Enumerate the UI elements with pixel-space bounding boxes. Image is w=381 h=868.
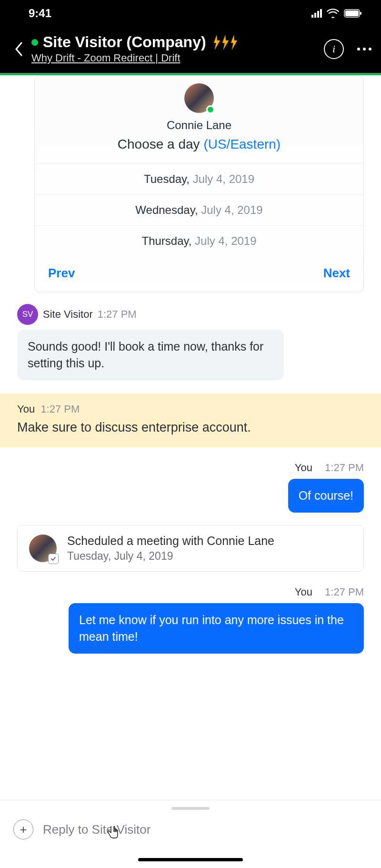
scheduler-day-option[interactable]: Thursday, July 4, 2019 bbox=[35, 225, 363, 256]
conversation-header: Site Visitor (Company) Why Drift - Zoom … bbox=[0, 27, 381, 73]
svg-rect-1 bbox=[345, 10, 359, 16]
scheduler-day-option[interactable]: Wednesday, July 4, 2019 bbox=[35, 194, 363, 225]
battery-icon bbox=[344, 9, 362, 18]
message-author: You bbox=[295, 462, 312, 474]
scheduler-prompt: Choose a day (US/Eastern) bbox=[44, 137, 354, 152]
status-time: 9:41 bbox=[29, 7, 51, 20]
message-bubble[interactable]: Of course! bbox=[288, 479, 364, 513]
meeting-event-card[interactable]: Scheduled a meeting with Connie Lane Tue… bbox=[17, 525, 364, 572]
conversation-title: Site Visitor (Company) bbox=[43, 33, 206, 51]
event-date: Tuesday, July 4, 2019 bbox=[67, 550, 274, 563]
scheduler-prev-button[interactable]: Prev bbox=[48, 266, 75, 281]
calendar-check-icon bbox=[48, 554, 59, 564]
message-author: Site Visitor bbox=[43, 308, 93, 321]
scheduler-day-option[interactable]: Tuesday, July 4, 2019 bbox=[35, 163, 363, 194]
more-button[interactable] bbox=[357, 48, 371, 50]
scheduler-next-button[interactable]: Next bbox=[323, 266, 350, 281]
message-time bbox=[317, 462, 320, 474]
scheduler-name: Connie Lane bbox=[44, 119, 354, 132]
scheduler-avatar bbox=[184, 83, 214, 113]
conversation-body: Connie Lane Choose a day (US/Eastern) Tu… bbox=[0, 75, 381, 663]
message-time: 1:27 PM bbox=[98, 308, 137, 321]
status-indicators bbox=[311, 9, 362, 18]
cursor-pointer-icon bbox=[107, 825, 119, 840]
message-outgoing: You 1:27 PM Of course! bbox=[0, 462, 381, 513]
message-incoming: SV Site Visitor 1:27 PM Sounds good! I'l… bbox=[0, 304, 381, 380]
info-button[interactable]: i bbox=[324, 39, 344, 59]
device-notch bbox=[119, 0, 262, 21]
presence-indicator bbox=[31, 39, 38, 46]
svg-rect-2 bbox=[360, 12, 361, 15]
lightning-icons bbox=[213, 35, 239, 50]
avatar-presence-dot bbox=[206, 105, 215, 114]
event-title: Scheduled a meeting with Connie Lane bbox=[67, 534, 274, 548]
message-bubble[interactable]: Let me know if you run into any more iss… bbox=[69, 603, 364, 654]
scheduler-card: Connie Lane Choose a day (US/Eastern) Tu… bbox=[34, 75, 364, 293]
add-attachment-button[interactable]: + bbox=[13, 819, 33, 839]
note-text: Make sure to discuss enterprise account. bbox=[17, 420, 364, 435]
message-author: You bbox=[295, 586, 312, 598]
visitor-avatar: SV bbox=[17, 304, 38, 325]
back-button[interactable] bbox=[10, 40, 29, 59]
home-indicator[interactable] bbox=[138, 858, 243, 861]
scheduler-timezone[interactable]: (US/Eastern) bbox=[203, 137, 281, 151]
reply-input[interactable]: Reply to Site Visitor bbox=[43, 822, 368, 837]
conversation-subtitle[interactable]: Why Drift - Zoom Redirect | Drift bbox=[31, 52, 319, 64]
event-avatar bbox=[29, 535, 57, 562]
sheet-grabber[interactable] bbox=[171, 807, 210, 810]
message-outgoing: You 1:27 PM Let me know if you run into … bbox=[0, 586, 381, 654]
wifi-icon bbox=[327, 9, 339, 18]
message-bubble[interactable]: Sounds good! I'll book a time now, thank… bbox=[17, 330, 284, 380]
internal-note[interactable]: You 1:27 PM Make sure to discuss enterpr… bbox=[0, 394, 381, 447]
cellular-icon bbox=[311, 9, 322, 18]
note-author: You bbox=[17, 403, 35, 415]
message-time: 1:27 PM bbox=[325, 586, 364, 598]
